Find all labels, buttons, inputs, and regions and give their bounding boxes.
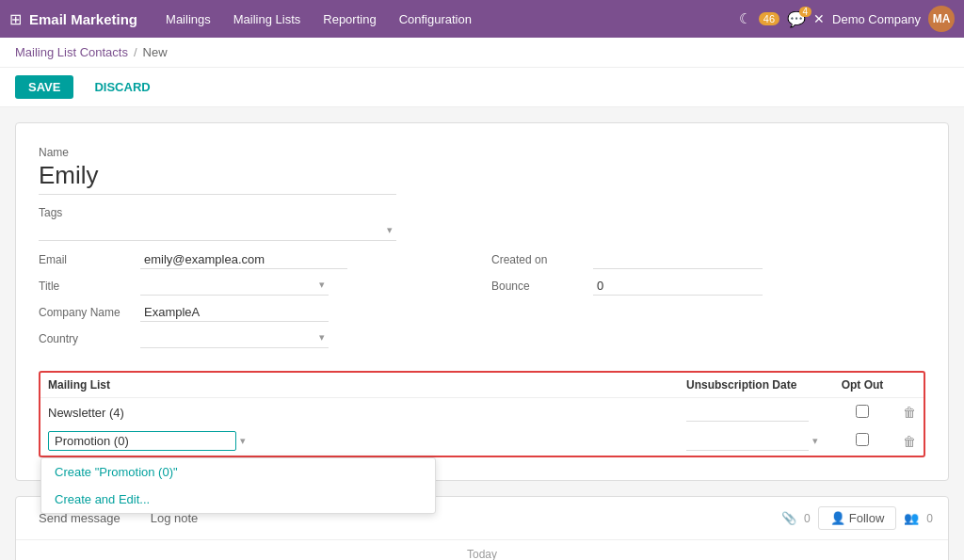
app-title: Email Marketing bbox=[29, 11, 137, 27]
tags-input-wrap: ▾ bbox=[39, 222, 396, 241]
action-bar: SAVE DISCARD bbox=[0, 68, 964, 107]
newsletter-opt-out-checkbox[interactable] bbox=[856, 405, 869, 418]
table-row: Newsletter (4) 🗑 bbox=[40, 398, 924, 427]
tags-field-group: Tags ▾ bbox=[39, 206, 925, 241]
form-card: Name Tags ▾ Email Title bbox=[15, 122, 949, 481]
newsletter-delete-cell: 🗑 bbox=[895, 398, 924, 427]
main-content: Name Tags ▾ Email Title bbox=[0, 107, 964, 560]
close-icon[interactable]: ✕ bbox=[813, 11, 825, 26]
breadcrumb-parent[interactable]: Mailing List Contacts bbox=[15, 45, 128, 59]
promotion-opt-out-checkbox[interactable] bbox=[856, 433, 869, 446]
mailing-list-section: Mailing List Unsubscription Date Opt Out… bbox=[39, 371, 925, 457]
main-nav: Mailings Mailing Lists Reporting Configu… bbox=[156, 8, 739, 30]
country-field-row: Country bbox=[39, 329, 473, 348]
discard-button[interactable]: DISCARD bbox=[81, 75, 163, 99]
bounce-input[interactable] bbox=[593, 277, 763, 296]
company-field-row: Company Name bbox=[39, 303, 473, 322]
follow-icon: 👤 bbox=[830, 511, 845, 525]
newsletter-delete-button[interactable]: 🗑 bbox=[903, 405, 916, 420]
grid-icon[interactable]: ⊞ bbox=[9, 10, 22, 28]
title-select[interactable] bbox=[140, 277, 329, 296]
bounce-field-row: Bounce bbox=[491, 277, 925, 296]
bounce-label: Bounce bbox=[491, 280, 586, 293]
th-unsubscription: Unsubscription Date bbox=[679, 373, 829, 398]
promotion-name-cell: ▾ Create "Promotion (0)" Create and Edit… bbox=[40, 426, 679, 456]
title-field-row: Title bbox=[39, 277, 473, 296]
newsletter-unsubscription bbox=[679, 398, 829, 427]
left-col: Email Title Company Name Countr bbox=[39, 250, 473, 356]
title-label: Title bbox=[39, 280, 133, 293]
th-mailing-list: Mailing List bbox=[40, 373, 679, 398]
attachment-count: 0 bbox=[804, 512, 811, 525]
nav-configuration[interactable]: Configuration bbox=[390, 8, 481, 30]
moon-icon[interactable]: ☾ bbox=[739, 10, 751, 27]
activity-badge[interactable]: 46 bbox=[759, 12, 779, 25]
create-and-edit-option[interactable]: Create and Edit... bbox=[41, 486, 435, 513]
follow-label: Follow bbox=[849, 511, 885, 525]
tags-label: Tags bbox=[39, 206, 925, 219]
nav-reporting[interactable]: Reporting bbox=[313, 8, 385, 30]
follow-button[interactable]: 👤 Follow bbox=[818, 506, 897, 530]
avatar[interactable]: MA bbox=[928, 6, 955, 32]
two-col-section: Email Title Company Name Countr bbox=[39, 250, 925, 356]
email-label: Email bbox=[39, 253, 133, 266]
follower-count: 0 bbox=[926, 512, 933, 525]
email-field-row: Email bbox=[39, 250, 473, 269]
name-label: Name bbox=[39, 146, 925, 159]
paperclip-icon: 📎 bbox=[781, 511, 796, 525]
promotion-delete-cell: 🗑 bbox=[895, 426, 924, 456]
country-label: Country bbox=[39, 332, 133, 345]
topbar: ⊞ Email Marketing Mailings Mailing Lists… bbox=[0, 0, 964, 38]
newsletter-opt-out-cell bbox=[829, 398, 895, 427]
chat-badge: 4 bbox=[799, 7, 812, 17]
nav-mailing-lists[interactable]: Mailing Lists bbox=[224, 8, 311, 30]
promotion-unsubscription-input[interactable] bbox=[686, 432, 809, 451]
th-opt-out: Opt Out bbox=[829, 373, 895, 398]
chat-icon-wrap[interactable]: 💬 4 bbox=[787, 10, 806, 28]
mailing-dropdown-popup: Create "Promotion (0)" Create and Edit..… bbox=[40, 457, 436, 514]
topbar-right: ☾ 46 💬 4 ✕ Demo Company MA bbox=[739, 6, 955, 32]
name-input[interactable] bbox=[39, 161, 396, 195]
title-select-wrap bbox=[140, 277, 329, 296]
tags-dropdown-arrow: ▾ bbox=[387, 224, 393, 236]
breadcrumb-separator: / bbox=[134, 45, 137, 59]
promotion-opt-out-cell bbox=[829, 426, 895, 456]
created-on-label: Created on bbox=[491, 253, 586, 266]
promotion-name-input[interactable] bbox=[48, 431, 236, 451]
follower-icon: 👥 bbox=[904, 511, 919, 525]
company-name: Demo Company bbox=[832, 12, 921, 26]
company-input[interactable] bbox=[140, 303, 329, 322]
chatter-today: Today bbox=[16, 540, 948, 560]
mailing-list-table: Mailing List Unsubscription Date Opt Out… bbox=[40, 373, 924, 456]
breadcrumb: Mailing List Contacts / New bbox=[0, 38, 964, 68]
breadcrumb-current: New bbox=[143, 45, 168, 59]
right-col: Created on Bounce bbox=[491, 250, 925, 356]
mailing-table-header: Mailing List Unsubscription Date Opt Out bbox=[40, 373, 924, 398]
save-button[interactable]: SAVE bbox=[15, 75, 73, 99]
newsletter-name: Newsletter (4) bbox=[40, 398, 679, 427]
email-input[interactable] bbox=[140, 250, 347, 269]
country-select-wrap bbox=[140, 329, 329, 348]
promotion-delete-button[interactable]: 🗑 bbox=[903, 434, 916, 449]
promotion-input-cell: ▾ bbox=[48, 431, 671, 451]
newsletter-unsubscription-input[interactable] bbox=[686, 403, 809, 422]
th-delete bbox=[895, 373, 924, 398]
name-field-group: Name bbox=[39, 146, 925, 195]
table-row: ▾ Create "Promotion (0)" Create and Edit… bbox=[40, 426, 924, 456]
country-select[interactable] bbox=[140, 329, 329, 348]
nav-mailings[interactable]: Mailings bbox=[156, 8, 220, 30]
promotion-dropdown-arrow: ▾ bbox=[240, 435, 246, 447]
chatter-follow-section: 📎 0 👤 Follow 👥 0 bbox=[781, 506, 933, 530]
promotion-unsubscription-cell: ▾ bbox=[679, 426, 829, 456]
company-label: Company Name bbox=[39, 306, 133, 319]
created-on-field-row: Created on bbox=[491, 250, 925, 269]
tags-input[interactable] bbox=[39, 222, 396, 241]
promotion-unsubscription-arrow: ▾ bbox=[812, 435, 818, 447]
mailing-list-outer: Mailing List Unsubscription Date Opt Out… bbox=[39, 371, 925, 457]
create-promotion-option[interactable]: Create "Promotion (0)" bbox=[41, 458, 435, 486]
created-on-input[interactable] bbox=[593, 250, 763, 269]
